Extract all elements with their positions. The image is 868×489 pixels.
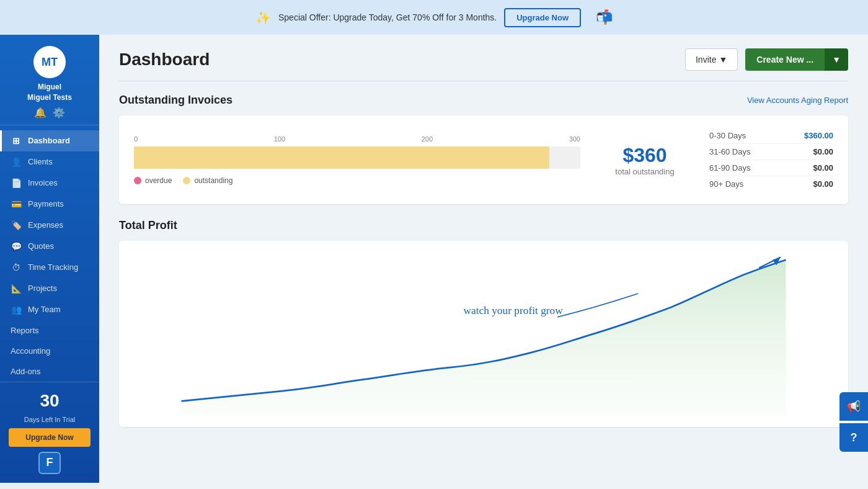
aging-period: 90+ Days xyxy=(709,179,743,189)
sidebar-item-time-tracking[interactable]: ⏱Time Tracking xyxy=(0,257,99,278)
megaphone-button[interactable]: 📢 xyxy=(839,392,868,421)
sidebar-item-label: Dashboard xyxy=(28,136,70,145)
aging-amount: $0.00 xyxy=(813,163,833,173)
float-buttons: 📢 ? xyxy=(839,392,868,452)
my-team-icon: 👥 xyxy=(11,305,22,315)
sidebar-item-accounting[interactable]: Accounting xyxy=(0,341,99,361)
chart-area: 0 100 200 300 overdue xyxy=(134,128,833,192)
profile-name: Miguel Miguel Tests xyxy=(27,82,72,103)
bar-legend: overdue outstanding xyxy=(134,176,580,185)
total-profit-title: Total Profit xyxy=(119,219,177,232)
upgrade-banner-button[interactable]: Upgrade Now xyxy=(504,8,581,27)
sidebar-item-label: Time Tracking xyxy=(28,262,78,272)
aging-table: 0-30 Days $360.00 31-60 Days $0.00 61-90… xyxy=(709,128,833,192)
sidebar-item-dashboard[interactable]: ⊞Dashboard xyxy=(0,130,99,151)
main-content-area: Dashboard Invite ▼ Create New ... ▼ Outs… xyxy=(99,35,868,489)
sidebar-item-label: Invoices xyxy=(28,178,58,187)
trial-days: 30 xyxy=(40,391,59,411)
invoice-total-label: total outstanding xyxy=(595,167,694,176)
freshbooks-logo: F xyxy=(38,452,61,474)
aging-row: 90+ Days $0.00 xyxy=(709,176,833,192)
legend-overdue: overdue xyxy=(134,176,172,185)
sidebar-item-label: Payments xyxy=(28,199,64,209)
overdue-dot xyxy=(134,177,141,184)
create-new-group: Create New ... ▼ xyxy=(745,48,848,71)
chevron-down-icon: ▼ xyxy=(719,55,727,65)
sidebar-item-label: Accounting xyxy=(11,346,50,356)
aging-amount: $0.00 xyxy=(813,179,833,189)
header-actions: Invite ▼ Create New ... ▼ xyxy=(685,48,848,71)
outstanding-invoices-title: Outstanding Invoices xyxy=(119,94,232,107)
aging-row: 31-60 Days $0.00 xyxy=(709,144,833,160)
payments-icon: 💳 xyxy=(11,199,22,209)
sidebar-item-reports[interactable]: Reports xyxy=(0,320,99,341)
outstanding-dot xyxy=(183,177,190,184)
sidebar-item-payments[interactable]: 💳Payments xyxy=(0,194,99,215)
quotes-icon: 💬 xyxy=(11,241,22,251)
invite-button[interactable]: Invite ▼ xyxy=(685,48,738,71)
time-tracking-icon: ⏱ xyxy=(11,262,22,272)
view-aging-report-link[interactable]: View Accounts Aging Report xyxy=(747,96,848,105)
sidebar-item-label: My Team xyxy=(28,305,61,314)
aging-period: 0-30 Days xyxy=(709,131,746,140)
sidebar-item-label: Reports xyxy=(11,326,39,335)
top-banner: ✨ Special Offer: Upgrade Today, Get 70% … xyxy=(0,0,868,35)
sidebar-item-label: Projects xyxy=(28,284,57,293)
sidebar-item-label: Quotes xyxy=(28,241,54,251)
projects-icon: 📐 xyxy=(11,284,22,294)
invoices-icon: 📄 xyxy=(11,178,22,188)
sidebar-item-quotes[interactable]: 💬Quotes xyxy=(0,236,99,257)
aging-amount: $0.00 xyxy=(813,147,833,156)
expenses-icon: 🏷️ xyxy=(11,220,22,230)
axis-labels: 0 100 200 300 xyxy=(134,135,580,143)
profit-card: watch your profit grow xyxy=(119,241,848,427)
clients-icon: 👤 xyxy=(11,157,22,167)
annotation-line xyxy=(557,294,638,317)
create-new-button[interactable]: Create New ... xyxy=(745,48,825,71)
outstanding-invoices-header: Outstanding Invoices View Accounts Aging… xyxy=(119,94,848,107)
main-content: Outstanding Invoices View Accounts Aging… xyxy=(99,81,868,439)
notification-icon[interactable]: 🔔 xyxy=(34,107,46,119)
bar-chart: 0 100 200 300 overdue xyxy=(134,135,580,185)
avatar: MT xyxy=(33,46,66,78)
dashboard-icon: ⊞ xyxy=(11,136,22,146)
outstanding-invoices-card: 0 100 200 300 overdue xyxy=(119,115,848,204)
sidebar-item-label: Expenses xyxy=(28,220,63,230)
invoice-summary: $360 total outstanding xyxy=(595,144,694,176)
settings-icon[interactable]: ⚙️ xyxy=(53,107,65,119)
aging-row: 0-30 Days $360.00 xyxy=(709,128,833,144)
main-header: Dashboard Invite ▼ Create New ... ▼ xyxy=(99,35,868,81)
bar-track xyxy=(134,146,580,169)
profit-annotation-text: watch your profit grow xyxy=(464,305,564,316)
sidebar: MT Miguel Miguel Tests 🔔 ⚙️ ⊞Dashboard👤C… xyxy=(0,35,99,489)
aging-period: 31-60 Days xyxy=(709,147,750,156)
banner-text: Special Offer: Upgrade Today, Get 70% Of… xyxy=(278,12,497,22)
invoice-total-amount: $360 xyxy=(595,144,694,167)
profit-chart: watch your profit grow xyxy=(134,253,833,415)
outstanding-bar xyxy=(134,146,549,169)
aging-amount: $360.00 xyxy=(804,131,833,140)
page-title: Dashboard xyxy=(119,50,210,70)
profit-svg: watch your profit grow xyxy=(134,253,833,415)
sidebar-item-expenses[interactable]: 🏷️Expenses xyxy=(0,215,99,236)
sidebar-item-invoices[interactable]: 📄Invoices xyxy=(0,173,99,194)
total-profit-header: Total Profit xyxy=(119,219,848,232)
upgrade-sidebar-button[interactable]: Upgrade Now xyxy=(9,428,91,447)
sidebar-item-add-ons[interactable]: Add-ons xyxy=(0,361,99,382)
sidebar-item-clients[interactable]: 👤Clients xyxy=(0,151,99,173)
sidebar-profile: MT Miguel Miguel Tests 🔔 ⚙️ xyxy=(0,35,99,125)
sidebar-item-my-team[interactable]: 👥My Team xyxy=(0,299,99,320)
create-new-dropdown-button[interactable]: ▼ xyxy=(825,48,848,71)
aging-row: 61-90 Days $0.00 xyxy=(709,160,833,176)
trial-label: Days Left In Trial xyxy=(24,416,76,423)
aging-period: 61-90 Days xyxy=(709,163,750,173)
help-button[interactable]: ? xyxy=(839,423,868,452)
sidebar-footer: 30 Days Left In Trial Upgrade Now F xyxy=(0,382,99,483)
sidebar-item-label: Add-ons xyxy=(11,367,40,376)
sidebar-item-label: Clients xyxy=(28,157,53,166)
legend-outstanding: outstanding xyxy=(183,176,232,185)
sidebar-nav: ⊞Dashboard👤Clients📄Invoices💳Payments🏷️Ex… xyxy=(0,130,99,382)
sidebar-item-projects[interactable]: 📐Projects xyxy=(0,278,99,299)
